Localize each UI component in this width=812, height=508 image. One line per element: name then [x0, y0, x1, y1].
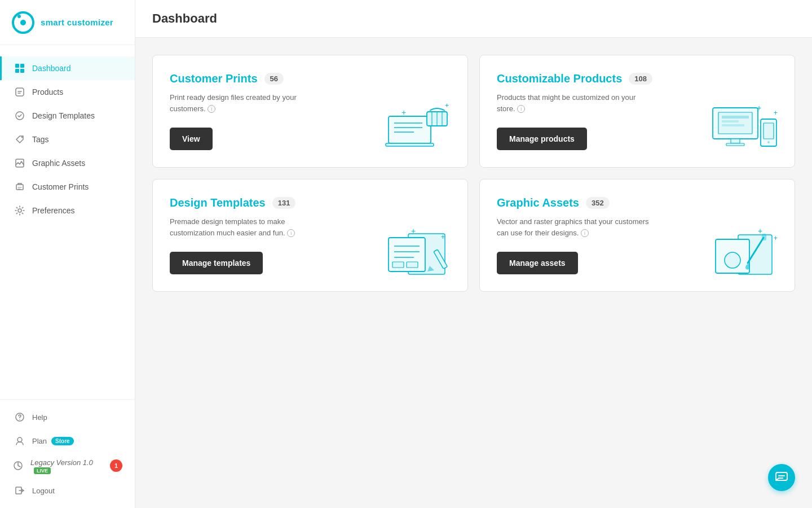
preferences-label: Preferences	[32, 206, 74, 215]
svg-point-8	[21, 137, 23, 138]
view-customer-prints-button[interactable]: View	[170, 128, 213, 150]
info-icon-design-templates[interactable]: i	[287, 229, 295, 237]
tags-label: Tags	[32, 135, 49, 144]
customer-prints-label: Customer Prints	[32, 182, 89, 191]
sidebar-item-tags[interactable]: Tags	[0, 128, 135, 151]
chat-icon	[775, 471, 788, 484]
card-customizable-products: Customizable Products 108 Products that …	[479, 55, 795, 168]
illustration-customizable-products: + +	[707, 99, 780, 156]
svg-rect-45	[392, 262, 404, 268]
preferences-icon	[14, 205, 25, 216]
sidebar-item-plan[interactable]: Plan Store	[0, 429, 135, 453]
card-customer-prints: Customer Prints 56 Print ready design fi…	[152, 55, 468, 168]
card-header-customizable-products: Customizable Products 108	[497, 72, 778, 85]
svg-point-2	[17, 15, 21, 18]
dashboard-icon	[14, 63, 25, 74]
svg-rect-3	[15, 64, 19, 68]
help-icon	[14, 411, 25, 423]
sidebar-item-preferences[interactable]: Preferences	[0, 199, 135, 222]
sidebar-item-products[interactable]: Products	[0, 80, 135, 104]
tags-icon	[14, 134, 25, 145]
sidebar-item-help[interactable]: Help	[0, 405, 135, 429]
legacy-live-badge: LIVE	[34, 467, 51, 474]
svg-rect-6	[20, 69, 24, 73]
svg-text:+: +	[441, 233, 445, 241]
card-title-design-templates: Design Templates	[170, 196, 266, 209]
app-logo-text: smart customizer	[41, 17, 113, 27]
svg-text:+: +	[758, 226, 762, 235]
svg-rect-34	[722, 124, 744, 126]
card-title-customizable-products: Customizable Products	[497, 72, 622, 85]
illustration-graphic-assets: + +	[707, 224, 780, 280]
svg-rect-32	[722, 116, 749, 119]
svg-rect-29	[718, 112, 752, 134]
svg-rect-33	[722, 120, 739, 122]
legacy-notification-badge: 1	[110, 459, 122, 472]
svg-rect-36	[764, 123, 774, 139]
page-header: Dashboard	[135, 0, 812, 38]
customer-prints-icon	[14, 181, 25, 192]
sidebar: smart customizer Dashboard	[0, 0, 135, 508]
sidebar-item-logout[interactable]: Logout	[0, 479, 135, 502]
card-title-customer-prints: Customer Prints	[170, 72, 258, 85]
manage-assets-button[interactable]: Manage assets	[497, 252, 578, 274]
manage-templates-button[interactable]: Manage templates	[170, 252, 263, 274]
svg-point-11	[18, 209, 21, 212]
legacy-icon	[12, 460, 24, 471]
manage-products-button[interactable]: Manage products	[497, 128, 587, 150]
page-title: Dashboard	[152, 11, 795, 26]
app-logo-icon	[11, 11, 35, 34]
card-count-customizable-products: 108	[629, 73, 652, 85]
svg-point-13	[19, 419, 20, 420]
svg-text:+: +	[774, 234, 778, 242]
svg-text:+: +	[411, 226, 416, 235]
dashboard-grid: Customer Prints 56 Print ready design fi…	[135, 38, 812, 309]
card-header-graphic-assets: Graphic Assets 352	[497, 196, 778, 209]
card-desc-graphic-assets: Vector and raster graphics that your cus…	[497, 216, 655, 238]
chat-button[interactable]	[768, 464, 795, 491]
svg-rect-5	[15, 69, 19, 73]
plan-icon	[14, 435, 25, 446]
card-count-design-templates: 131	[272, 197, 296, 209]
plan-store-badge: Store	[51, 437, 74, 445]
info-icon-customizable-products[interactable]: i	[517, 105, 525, 113]
svg-rect-17	[389, 116, 431, 143]
svg-point-1	[20, 20, 26, 25]
svg-point-37	[767, 141, 770, 143]
products-label: Products	[32, 87, 63, 97]
design-templates-label: Design Templates	[32, 111, 95, 120]
svg-text:+: +	[401, 108, 406, 117]
card-design-templates: Design Templates 131 Premade design temp…	[152, 179, 468, 292]
graphic-assets-label: Graphic Assets	[32, 159, 85, 168]
sidebar-item-legacy[interactable]: Legacy Version 1.0 LIVE 1	[0, 453, 135, 479]
sidebar-bottom: Help Plan Store Legacy Version 1.0	[0, 399, 135, 508]
svg-rect-30	[731, 139, 740, 143]
info-icon-customer-prints[interactable]: i	[208, 105, 215, 113]
dashboard-label: Dashboard	[32, 64, 71, 73]
sidebar-item-graphic-assets[interactable]: Graphic Assets	[0, 151, 135, 175]
logout-label: Logout	[32, 487, 55, 495]
svg-text:+: +	[774, 109, 778, 117]
main-content: Dashboard Customer Prints 56 Print ready…	[135, 0, 812, 508]
illustration-customer-prints: + +	[380, 99, 453, 156]
card-header-design-templates: Design Templates 131	[170, 196, 451, 209]
card-count-graphic-assets: 352	[586, 197, 610, 209]
sidebar-item-customer-prints[interactable]: Customer Prints	[0, 175, 135, 199]
card-count-customer-prints: 56	[264, 73, 284, 85]
card-desc-design-templates: Premade design templates to make customi…	[170, 216, 328, 238]
svg-rect-54	[762, 234, 766, 240]
sidebar-item-design-templates[interactable]: Design Templates	[0, 104, 135, 128]
sidebar-logo: smart customizer	[0, 0, 135, 45]
sidebar-nav: Dashboard Products Design Templates	[0, 45, 135, 399]
svg-rect-18	[386, 143, 434, 146]
card-header-customer-prints: Customer Prints 56	[170, 72, 451, 85]
graphic-assets-icon	[14, 157, 25, 169]
info-icon-graphic-assets[interactable]: i	[581, 229, 589, 237]
legacy-label: Legacy Version 1.0	[30, 458, 93, 467]
design-templates-icon	[14, 110, 25, 121]
illustration-design-templates: + +	[380, 224, 453, 280]
card-desc-customizable-products: Products that might be customized on you…	[497, 92, 655, 114]
svg-point-52	[725, 252, 740, 268]
svg-rect-46	[407, 262, 418, 268]
sidebar-item-dashboard[interactable]: Dashboard	[0, 56, 135, 80]
